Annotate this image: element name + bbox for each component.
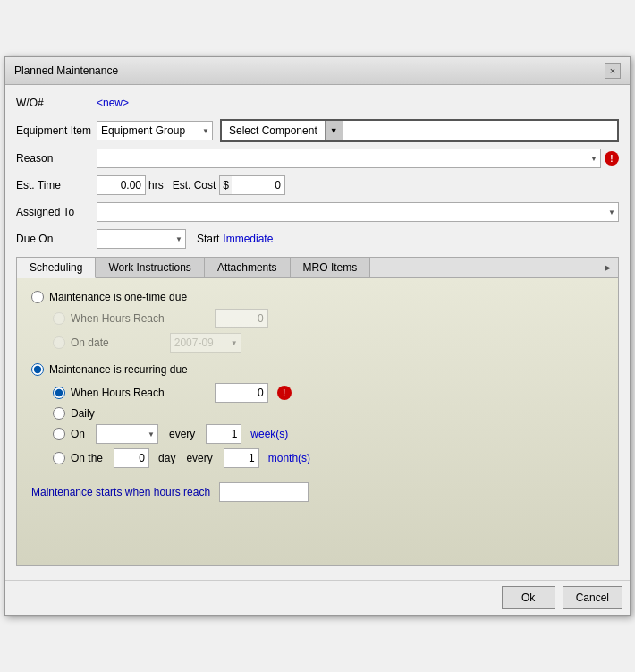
when-hours-value[interactable]	[215, 309, 268, 328]
recurring-label: Maintenance is recurring due	[49, 363, 188, 376]
dialog-title: Planned Maintenance	[14, 64, 118, 77]
assigned-select-wrapper	[97, 202, 619, 222]
est-time-row: Est. Time 0.00 hrs Est. Cost $ 0	[16, 174, 619, 196]
ok-button[interactable]: Ok	[502, 586, 555, 609]
on-the-month-unit: month(s)	[268, 452, 310, 464]
on-day-select[interactable]	[96, 424, 158, 444]
est-time-label: Est. Time	[16, 179, 97, 191]
on-date-label: On date	[71, 336, 109, 349]
est-cost-label: Est. Cost	[173, 179, 216, 191]
tab-container: Scheduling Work Instructions Attachments…	[16, 257, 619, 566]
equipment-group-wrapper: Equipment Group	[97, 121, 213, 140]
wo-value[interactable]: <new>	[97, 97, 129, 109]
on-the-radio[interactable]	[53, 452, 65, 464]
equipment-group-select-wrapper: Equipment Group	[97, 121, 213, 140]
wo-row: W/O# <new>	[16, 92, 619, 114]
recurring-radio-group: Maintenance is recurring due When Hours …	[31, 363, 604, 468]
recurring-radio-row: Maintenance is recurring due	[31, 363, 604, 376]
on-the-month-input[interactable]	[224, 448, 259, 468]
reason-input-wrapper: !	[97, 149, 619, 168]
starts-row: Maintenance starts when hours reach	[31, 482, 604, 502]
equipment-label: Equipment Item	[16, 124, 97, 137]
recurring-hours-error-icon: !	[277, 386, 292, 400]
on-label: On	[71, 428, 85, 440]
daily-row: Daily	[53, 407, 604, 420]
starts-label: Maintenance starts when hours reach	[31, 486, 210, 498]
bottom-buttons: Ok Cancel	[5, 580, 630, 615]
on-the-every-label: every	[186, 452, 212, 464]
recurring-radio[interactable]	[31, 363, 44, 376]
tab-scheduling[interactable]: Scheduling	[17, 258, 96, 278]
onetime-radio-group: Maintenance is one-time due When Hours R…	[31, 291, 604, 353]
due-on-select[interactable]	[97, 229, 186, 249]
recurring-hours-radio[interactable]	[53, 387, 65, 399]
tab-attachments[interactable]: Attachments	[205, 258, 291, 277]
immediate-link[interactable]: Immediate	[223, 233, 273, 245]
planned-maintenance-dialog: Planned Maintenance × W/O# <new> Equipme…	[4, 56, 631, 616]
dialog-body: W/O# <new> Equipment Item Equipment Grou…	[5, 85, 630, 580]
when-hours-row: When Hours Reach	[53, 309, 604, 328]
select-component-label: Select Component	[222, 121, 325, 140]
scheduling-tab-content: Maintenance is one-time due When Hours R…	[17, 278, 618, 565]
due-on-select-wrapper	[97, 229, 186, 249]
dollar-sign: $	[219, 175, 232, 195]
hrs-unit: hrs	[148, 179, 164, 191]
wo-label: W/O#	[16, 97, 97, 109]
daily-radio[interactable]	[53, 407, 65, 420]
on-day-select-wrapper	[96, 424, 158, 444]
reason-row: Reason !	[16, 148, 619, 169]
on-date-radio[interactable]	[53, 336, 65, 349]
tab-header: Scheduling Work Instructions Attachments…	[17, 258, 618, 278]
onetime-label: Maintenance is one-time due	[49, 291, 187, 303]
title-bar: Planned Maintenance ×	[5, 57, 630, 85]
starts-input[interactable]	[219, 482, 309, 502]
onetime-radio-row: Maintenance is one-time due	[31, 291, 604, 303]
on-radio[interactable]	[53, 428, 65, 440]
on-the-day-input[interactable]	[114, 448, 149, 468]
on-date-row: On date 2007-09	[53, 333, 604, 353]
recurring-hours-input[interactable]: 0	[215, 383, 268, 403]
reason-error-icon: !	[605, 151, 619, 166]
reason-label: Reason	[16, 152, 97, 165]
onetime-sub-group: When Hours Reach On date 2007-09	[53, 309, 604, 353]
cost-wrapper: $ 0	[219, 175, 285, 195]
daily-label: Daily	[71, 407, 95, 420]
recurring-hours-row: When Hours Reach 0 !	[53, 383, 604, 403]
reason-select[interactable]	[97, 149, 601, 168]
cancel-button[interactable]: Cancel	[563, 586, 622, 609]
on-date-select-wrapper: 2007-09	[170, 333, 241, 353]
est-cost-input[interactable]: 0	[232, 175, 285, 195]
on-date-select[interactable]: 2007-09	[170, 333, 241, 353]
select-component-arrow-icon: ▼	[325, 121, 343, 140]
est-time-input[interactable]: 0.00	[97, 175, 146, 195]
tab-mro-items[interactable]: MRO Items	[291, 258, 371, 277]
when-hours-label: When Hours Reach	[71, 312, 165, 325]
when-hours-radio[interactable]	[53, 312, 65, 325]
close-button[interactable]: ×	[605, 63, 621, 79]
on-every-label: every	[169, 428, 195, 440]
recurring-sub-group: When Hours Reach 0 ! Daily On	[53, 383, 604, 468]
assigned-row: Assigned To	[16, 201, 619, 223]
on-the-day-label: day	[158, 452, 175, 464]
on-week-unit: week(s)	[250, 428, 288, 440]
on-the-label: On the	[71, 452, 103, 464]
on-the-month-row: On the day every month(s)	[53, 448, 604, 468]
due-label: Due On	[16, 233, 97, 245]
due-row: Due On Start Immediate	[16, 228, 619, 250]
assigned-label: Assigned To	[16, 206, 97, 218]
reason-select-wrapper	[97, 149, 601, 168]
recurring-hours-label: When Hours Reach	[71, 387, 165, 399]
select-component-wrapper: Select Component ▼	[213, 119, 619, 142]
equipment-group-select[interactable]: Equipment Group	[97, 121, 213, 140]
on-week-input[interactable]	[206, 424, 241, 444]
tab-scroll-right-icon[interactable]: ▶	[597, 258, 618, 277]
onetime-radio[interactable]	[31, 291, 44, 303]
select-component-button[interactable]: Select Component ▼	[220, 119, 619, 142]
on-week-row: On every week(s)	[53, 424, 604, 444]
assigned-select[interactable]	[97, 202, 619, 222]
equipment-row: Equipment Item Equipment Group Select Co…	[16, 119, 619, 142]
start-label: Start	[197, 233, 219, 245]
tab-work-instructions[interactable]: Work Instructions	[96, 258, 204, 277]
